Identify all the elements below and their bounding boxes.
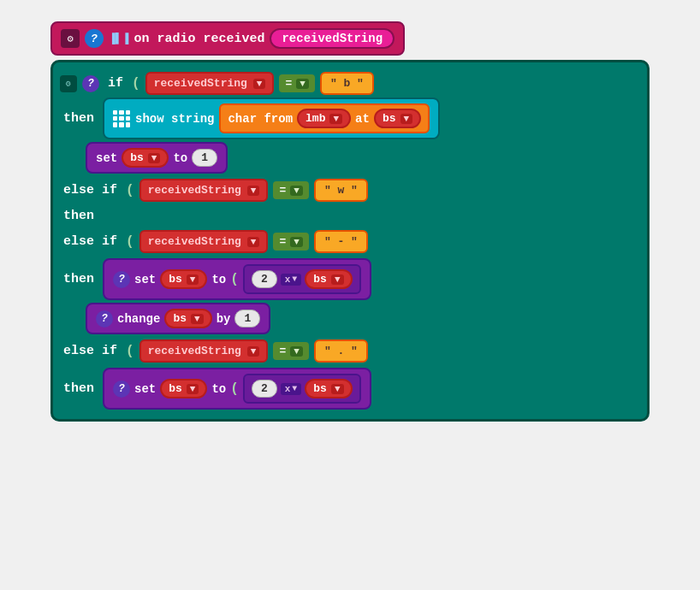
string-block-1[interactable]: " b " <box>320 72 374 95</box>
then-row-1: then show string char from lmb ▼ at <box>60 97 640 139</box>
change-block-3[interactable]: ? change bs ▼ by 1 <box>86 303 270 334</box>
bs-dropdown-1[interactable]: ▼ <box>400 114 413 124</box>
to-label-4: to <box>211 382 226 396</box>
multiply-block-4[interactable]: 2 x ▼ bs ▼ <box>243 374 361 404</box>
multiply-dropdown-3[interactable]: ▼ <box>331 274 344 285</box>
set-block-3[interactable]: ? set bs ▼ to ( 2 x ▼ bs <box>103 258 371 300</box>
to-label-3: to <box>211 273 226 286</box>
set-var-4: bs <box>169 382 182 395</box>
else-if-keyword-4: else if <box>60 342 121 360</box>
equals-op-1: = <box>285 77 292 90</box>
grid-icon <box>113 110 130 127</box>
set-block-1[interactable]: set bs ▼ to 1 <box>86 142 228 174</box>
on-radio-received-block[interactable]: ⚙ ? ▐▌▐ on radio received receivedString <box>50 21 405 56</box>
bs-var-pill-1[interactable]: bs ▼ <box>374 109 421 128</box>
condition2-dropdown[interactable]: ▼ <box>247 186 260 196</box>
then-row-4: then ? set bs ▼ to ( 2 x ▼ <box>60 368 640 410</box>
lmb-var: lmb <box>306 112 325 125</box>
at-label: at <box>355 112 370 126</box>
equals-dropdown-2[interactable]: ▼ <box>290 186 303 196</box>
condition-block-4[interactable]: receivedString ▼ <box>139 339 269 363</box>
multiply-dropdown-4[interactable]: ▼ <box>331 384 344 394</box>
open-paren-4: ( <box>126 344 134 359</box>
equals-dropdown-3[interactable]: ▼ <box>290 237 303 247</box>
blocks-container: ⚙ ? ▐▌▐ on radio received receivedString… <box>42 13 658 577</box>
small-question-icon[interactable]: ? <box>82 75 99 92</box>
condition-block-3[interactable]: receivedString ▼ <box>139 230 269 253</box>
open-paren-set3: ( <box>230 272 239 287</box>
then-keyword-3: then <box>60 270 98 288</box>
set-var-dropdown-4[interactable]: ▼ <box>187 384 199 394</box>
set-bs-row-1: set bs ▼ to 1 <box>60 142 640 174</box>
lmb-var-pill[interactable]: lmb ▼ <box>297 109 351 128</box>
then-row-3: then ? set bs ▼ to ( 2 x ▼ <box>60 258 640 300</box>
condition1-dropdown[interactable]: ▼ <box>253 79 266 89</box>
gear-icon[interactable]: ⚙ <box>61 29 80 48</box>
equals-op-4: = <box>279 345 286 357</box>
bs-var-1: bs <box>383 112 396 125</box>
if-keyword: if <box>104 74 127 92</box>
equals-dropdown-1[interactable]: ▼ <box>296 79 309 89</box>
multiply-var-3[interactable]: bs ▼ <box>305 269 352 289</box>
to-label-1: to <box>173 151 187 165</box>
set-var-dropdown-1[interactable]: ▼ <box>148 153 161 163</box>
on-radio-label: on radio received <box>133 32 264 46</box>
string-block-2[interactable]: " w " <box>314 179 368 202</box>
set-var-dropdown-3[interactable]: ▼ <box>187 274 199 285</box>
string-value-4: " . " <box>324 345 358 357</box>
change-bs-pill-3[interactable]: bs ▼ <box>164 309 211 328</box>
by-label-3: by <box>217 312 231 326</box>
string-value-1: " b " <box>330 77 364 90</box>
lmb-dropdown[interactable]: ▼ <box>329 114 342 124</box>
char-from-label: char from <box>228 112 293 126</box>
op-block-3[interactable]: x ▼ <box>281 274 302 286</box>
change-var-dropdown-3[interactable]: ▼ <box>191 314 204 324</box>
op-block-4[interactable]: x ▼ <box>281 383 302 395</box>
equals-block-1[interactable]: = ▼ <box>279 74 314 92</box>
show-string-block[interactable]: show string char from lmb ▼ at bs ▼ <box>103 97 440 139</box>
equals-dropdown-4[interactable]: ▼ <box>290 346 303 357</box>
question-icon-3[interactable]: ? <box>113 271 130 288</box>
equals-block-3[interactable]: = ▼ <box>273 233 308 251</box>
if-row-1: ⚙ ? if ( receivedString ▼ = ▼ " b " <box>60 72 640 95</box>
set-bs-pill-4[interactable]: bs ▼ <box>160 379 207 398</box>
show-string-label: show string <box>135 112 214 126</box>
set-block-4[interactable]: ? set bs ▼ to ( 2 x ▼ bs <box>103 368 371 410</box>
condition-block-1[interactable]: receivedString ▼ <box>145 72 275 95</box>
small-gear-icon[interactable]: ⚙ <box>60 75 77 92</box>
set-bs-pill-3[interactable]: bs ▼ <box>160 269 207 289</box>
condition3-dropdown[interactable]: ▼ <box>247 237 260 247</box>
equals-op-2: = <box>279 184 286 197</box>
change-label-3: change <box>117 312 160 326</box>
question-icon-change-3[interactable]: ? <box>96 310 113 327</box>
else-if-keyword-3: else if <box>60 233 121 251</box>
received-string-badge[interactable]: receivedString <box>270 28 394 49</box>
char-from-block[interactable]: char from lmb ▼ at bs ▼ <box>219 103 430 133</box>
else-if-row-2: else if ( receivedString ▼ = ▼ " w " <box>60 176 640 204</box>
change-var-3: bs <box>173 312 187 325</box>
multiply-block-3[interactable]: 2 x ▼ bs ▼ <box>243 264 361 294</box>
set-label-1: set <box>96 151 117 165</box>
multiply-var-4[interactable]: bs ▼ <box>305 379 352 398</box>
signal-icon: ▐▌▐ <box>109 32 128 45</box>
equals-op-3: = <box>279 235 286 248</box>
question-icon[interactable]: ? <box>85 29 104 48</box>
condition-block-2[interactable]: receivedString ▼ <box>139 179 269 202</box>
open-paren-2: ( <box>126 183 134 198</box>
condition1-var: receivedString <box>154 77 247 90</box>
else-if-row-3: else if ( receivedString ▼ = ▼ " - " <box>60 227 640 256</box>
set-value-1: 1 <box>192 149 217 167</box>
condition4-var: receivedString <box>148 345 241 357</box>
change-row-3: ? change bs ▼ by 1 <box>60 303 640 334</box>
question-icon-4[interactable]: ? <box>113 381 130 398</box>
multiply-num-4: 2 <box>252 380 277 398</box>
condition4-dropdown[interactable]: ▼ <box>247 346 260 357</box>
received-string-param: receivedString <box>282 32 383 45</box>
equals-block-4[interactable]: = ▼ <box>273 342 308 360</box>
set-bs-pill-1[interactable]: bs ▼ <box>122 148 169 168</box>
condition2-var: receivedString <box>148 184 241 197</box>
string-block-4[interactable]: " . " <box>314 339 368 363</box>
equals-block-2[interactable]: = ▼ <box>273 181 308 199</box>
outer-if-container: ⚙ ? if ( receivedString ▼ = ▼ " b " then <box>50 60 650 422</box>
string-block-3[interactable]: " - " <box>314 230 368 253</box>
